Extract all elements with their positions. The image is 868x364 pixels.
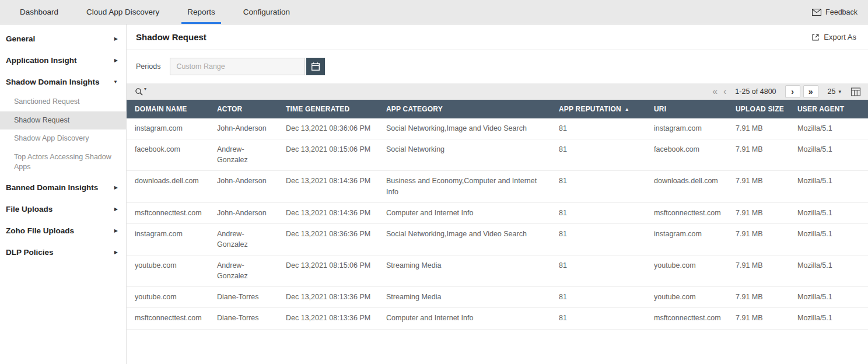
prev-page-button[interactable]: ‹	[720, 87, 729, 96]
sidebar-item-label: Banned Domain Insights	[6, 183, 98, 192]
table-cell: Mozilla/5.1	[790, 139, 868, 171]
table-row[interactable]: instagram.comAndrew-GonzalezDec 13,2021 …	[127, 223, 868, 255]
column-header-app-reputation[interactable]: APP REPUTATION▲	[552, 100, 647, 118]
sidebar-item-dlp-policies[interactable]: DLP Policies▶	[0, 242, 126, 263]
page-title: Shadow Request	[136, 32, 206, 42]
page-size-value: 25	[828, 88, 836, 96]
table-container: DOMAIN NAMEACTORTIME GENERATEDAPP CATEGO…	[127, 100, 868, 364]
sidebar-item-application-insight[interactable]: Application Insight▶	[0, 50, 126, 71]
column-header-time-generated[interactable]: TIME GENERATED	[279, 100, 379, 118]
table-cell: 81	[552, 118, 647, 139]
table-row[interactable]: msftconnecttest.comDiane-TorresDec 13,20…	[127, 308, 868, 329]
tab-configuration[interactable]: Configuration	[229, 0, 304, 24]
chevron-right-icon: ▶	[114, 250, 118, 255]
column-header-uri[interactable]: URI	[647, 100, 729, 118]
table-cell: Mozilla/5.1	[790, 171, 868, 202]
column-header-upload-size[interactable]: UPLOAD SIZE	[729, 100, 790, 118]
column-chooser-button[interactable]	[850, 88, 861, 96]
sidebar-item-zoho-file-uploads[interactable]: Zoho File Uploads▶	[0, 220, 126, 242]
table-row[interactable]: instagram.comJohn-AndersonDec 13,2021 08…	[127, 118, 868, 139]
table-row[interactable]: youtube.comDiane-TorresDec 13,2021 08:13…	[127, 287, 868, 308]
table-cell: msftconnecttest.com	[127, 202, 210, 223]
table-cell: Andrew-Gonzalez	[210, 223, 279, 255]
sidebar-subitem-shadow-app-discovery[interactable]: Shadow App Discovery	[0, 130, 126, 148]
table-row[interactable]: youtube.comAndrew-GonzalezDec 13,2021 08…	[127, 256, 868, 287]
column-label: URI	[654, 105, 666, 113]
export-as-button[interactable]: Export As	[811, 33, 856, 41]
search-button[interactable]: ▾	[135, 88, 146, 96]
chevron-right-icon: ▶	[114, 228, 118, 233]
export-as-label: Export As	[824, 33, 856, 41]
table-cell: Social Networking,Image and Video Search	[379, 118, 552, 139]
table-cell: Mozilla/5.1	[790, 287, 868, 308]
table-cell: John-Anderson	[210, 118, 279, 139]
column-header-app-category[interactable]: APP CATEGORY	[379, 100, 552, 118]
tab-cloud-app-discovery[interactable]: Cloud App Discovery	[72, 0, 173, 24]
periods-row: Periods	[127, 50, 868, 83]
sidebar-item-banned-domain-insights[interactable]: Banned Domain Insights▶	[0, 177, 126, 198]
column-header-domain-name[interactable]: DOMAIN NAME	[127, 100, 210, 118]
table-cell: Business and Economy,Computer and Intern…	[379, 171, 552, 202]
table-cell: Social Networking	[379, 139, 552, 171]
column-label: ACTOR	[217, 105, 242, 113]
table-cell: Social Networking,Image and Video Search	[379, 223, 552, 255]
table-row[interactable]: facebook.comAndrew-GonzalezDec 13,2021 0…	[127, 139, 868, 171]
column-label: APP REPUTATION	[559, 105, 621, 113]
periods-label: Periods	[136, 62, 160, 71]
first-page-button[interactable]: «	[709, 87, 720, 96]
column-label: DOMAIN NAME	[135, 105, 187, 113]
column-header-user-agent[interactable]: USER AGENT	[790, 100, 868, 118]
table-row[interactable]: downloads.dell.comJohn-AndersonDec 13,20…	[127, 171, 868, 202]
table-cell: Mozilla/5.1	[790, 256, 868, 287]
table-cell: youtube.com	[127, 256, 210, 287]
export-icon	[811, 33, 820, 41]
column-header-actor[interactable]: ACTOR	[210, 100, 279, 118]
tab-reports[interactable]: Reports	[173, 0, 229, 24]
table-header-row: DOMAIN NAMEACTORTIME GENERATEDAPP CATEGO…	[127, 100, 868, 118]
table-cell: 81	[552, 287, 647, 308]
search-icon	[135, 88, 144, 96]
table-cell: instagram.com	[127, 223, 210, 255]
feedback-button[interactable]: Feedback	[802, 0, 868, 24]
table-cell: 7.91 MB	[729, 118, 790, 139]
table-cell: John-Anderson	[210, 202, 279, 223]
table-cell: Dec 13,2021 08:13:36 PM	[279, 308, 379, 329]
next-page-button[interactable]: ›	[785, 85, 800, 98]
sidebar-subitem-sanctioned-request[interactable]: Sanctioned Request	[0, 93, 126, 111]
calendar-button[interactable]	[306, 58, 325, 75]
table-cell: 7.91 MB	[729, 256, 790, 287]
sidebar: General▶Application Insight▶Shadow Domai…	[0, 24, 127, 364]
table-cell: downloads.dell.com	[127, 171, 210, 202]
sidebar-nav: General▶Application Insight▶Shadow Domai…	[0, 28, 126, 263]
pagination: « ‹ 1-25 of 4800 › » 25 ▾	[709, 85, 861, 98]
sidebar-item-shadow-domain-insights[interactable]: Shadow Domain Insights▼	[0, 71, 126, 93]
sidebar-item-label: Shadow Domain Insights	[6, 78, 100, 86]
sidebar-subitem-shadow-request[interactable]: Shadow Request	[0, 111, 126, 130]
table-cell: 81	[552, 202, 647, 223]
table-cell: Mozilla/5.1	[790, 118, 868, 139]
period-range-input[interactable]	[170, 58, 305, 75]
tab-dashboard[interactable]: Dashboard	[6, 0, 72, 24]
sidebar-subitem-top-actors-accessing-shadow-apps[interactable]: Top Actors Accessing Shadow Apps	[0, 148, 126, 177]
page-size-dropdown[interactable]: 25 ▾	[828, 88, 841, 96]
table-cell: youtube.com	[647, 287, 729, 308]
column-label: APP CATEGORY	[386, 105, 443, 113]
sidebar-item-file-uploads[interactable]: File Uploads▶	[0, 198, 126, 220]
table-cell: Dec 13,2021 08:15:06 PM	[279, 139, 379, 171]
column-label: UPLOAD SIZE	[736, 105, 784, 113]
table-cell: msftconnecttest.com	[647, 202, 729, 223]
table-cell: Mozilla/5.1	[790, 223, 868, 255]
table-cell: instagram.com	[647, 223, 729, 255]
sidebar-item-label: File Uploads	[6, 205, 52, 214]
table-cell: 7.91 MB	[729, 308, 790, 329]
table-cell: Dec 13,2021 08:36:06 PM	[279, 118, 379, 139]
table-body: instagram.comJohn-AndersonDec 13,2021 08…	[127, 118, 868, 329]
table-cell: facebook.com	[127, 139, 210, 171]
caret-down-icon: ▾	[144, 86, 146, 92]
chevron-down-icon: ▼	[113, 79, 118, 85]
last-page-button[interactable]: »	[803, 85, 818, 98]
sidebar-item-general[interactable]: General▶	[0, 28, 126, 50]
table-row[interactable]: msftconnecttest.comJohn-AndersonDec 13,2…	[127, 202, 868, 223]
table-cell: facebook.com	[647, 139, 729, 171]
table-cell: Diane-Torres	[210, 287, 279, 308]
